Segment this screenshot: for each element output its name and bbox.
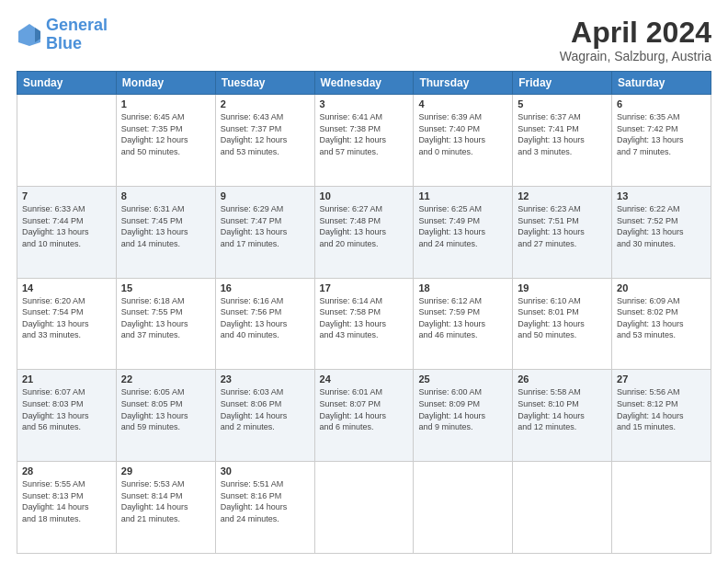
calendar-cell: 2Sunrise: 6:43 AM Sunset: 7:37 PM Daylig… [215,95,314,187]
day-info: Sunrise: 5:53 AM Sunset: 8:14 PM Dayligh… [121,478,210,524]
calendar-cell: 27Sunrise: 5:56 AM Sunset: 8:12 PM Dayli… [612,370,711,462]
calendar-cell: 6Sunrise: 6:35 AM Sunset: 7:42 PM Daylig… [612,95,711,187]
calendar-cell: 10Sunrise: 6:27 AM Sunset: 7:48 PM Dayli… [314,186,414,278]
day-number: 5 [518,98,607,109]
day-number: 30 [221,465,310,477]
day-number: 20 [617,282,706,293]
calendar-cell: 18Sunrise: 6:12 AM Sunset: 7:59 PM Dayli… [414,278,513,370]
day-number: 21 [22,373,111,385]
calendar-week-row: 1Sunrise: 6:45 AM Sunset: 7:35 PM Daylig… [17,95,711,187]
day-info: Sunrise: 6:05 AM Sunset: 8:05 PM Dayligh… [121,386,210,432]
day-info: Sunrise: 6:16 AM Sunset: 7:56 PM Dayligh… [221,295,310,341]
calendar-cell: 22Sunrise: 6:05 AM Sunset: 8:05 PM Dayli… [116,370,215,462]
day-info: Sunrise: 6:43 AM Sunset: 7:37 PM Dayligh… [221,111,310,157]
day-info: Sunrise: 6:01 AM Sunset: 8:07 PM Dayligh… [320,386,409,432]
weekday-header: Friday [513,72,612,95]
calendar-cell: 4Sunrise: 6:39 AM Sunset: 7:40 PM Daylig… [414,95,513,187]
calendar-cell: 14Sunrise: 6:20 AM Sunset: 7:54 PM Dayli… [17,278,117,370]
day-number: 9 [221,190,310,201]
calendar-week-row: 28Sunrise: 5:55 AM Sunset: 8:13 PM Dayli… [17,462,711,554]
day-info: Sunrise: 6:03 AM Sunset: 8:06 PM Dayligh… [221,386,310,432]
day-info: Sunrise: 6:39 AM Sunset: 7:40 PM Dayligh… [418,111,507,157]
logo-text: General Blue [46,17,108,53]
month-title: April 2024 [560,17,711,49]
day-number: 22 [121,373,210,385]
day-info: Sunrise: 5:58 AM Sunset: 8:10 PM Dayligh… [518,386,607,432]
calendar-cell: 29Sunrise: 5:53 AM Sunset: 8:14 PM Dayli… [116,462,215,554]
calendar-cell [17,95,117,187]
calendar-cell: 25Sunrise: 6:00 AM Sunset: 8:09 PM Dayli… [414,370,513,462]
calendar-cell: 8Sunrise: 6:31 AM Sunset: 7:45 PM Daylig… [116,186,215,278]
weekday-header-row: SundayMondayTuesdayWednesdayThursdayFrid… [17,72,711,95]
calendar-cell: 19Sunrise: 6:10 AM Sunset: 8:01 PM Dayli… [513,278,612,370]
day-info: Sunrise: 5:51 AM Sunset: 8:16 PM Dayligh… [221,478,310,524]
day-info: Sunrise: 6:29 AM Sunset: 7:47 PM Dayligh… [221,203,310,249]
day-info: Sunrise: 6:23 AM Sunset: 7:51 PM Dayligh… [518,203,607,249]
calendar-week-row: 7Sunrise: 6:33 AM Sunset: 7:44 PM Daylig… [17,186,711,278]
day-number: 12 [518,190,607,201]
calendar-cell: 7Sunrise: 6:33 AM Sunset: 7:44 PM Daylig… [17,186,117,278]
calendar-cell [414,462,513,554]
day-number: 15 [121,282,210,293]
day-number: 16 [221,282,310,293]
day-info: Sunrise: 6:25 AM Sunset: 7:49 PM Dayligh… [418,203,507,249]
day-info: Sunrise: 6:41 AM Sunset: 7:38 PM Dayligh… [320,111,409,157]
calendar-cell: 15Sunrise: 6:18 AM Sunset: 7:55 PM Dayli… [116,278,215,370]
day-number: 28 [22,465,111,477]
calendar-cell: 11Sunrise: 6:25 AM Sunset: 7:49 PM Dayli… [414,186,513,278]
day-number: 13 [617,190,706,201]
day-number: 25 [418,373,507,385]
weekday-header: Monday [116,72,215,95]
day-info: Sunrise: 6:12 AM Sunset: 7:59 PM Dayligh… [418,295,507,341]
calendar-week-row: 14Sunrise: 6:20 AM Sunset: 7:54 PM Dayli… [17,278,711,370]
calendar-cell: 1Sunrise: 6:45 AM Sunset: 7:35 PM Daylig… [116,95,215,187]
calendar-cell: 26Sunrise: 5:58 AM Sunset: 8:10 PM Dayli… [513,370,612,462]
calendar-cell: 20Sunrise: 6:09 AM Sunset: 8:02 PM Dayli… [612,278,711,370]
calendar-cell: 5Sunrise: 6:37 AM Sunset: 7:41 PM Daylig… [513,95,612,187]
day-info: Sunrise: 6:27 AM Sunset: 7:48 PM Dayligh… [320,203,409,249]
calendar-cell: 16Sunrise: 6:16 AM Sunset: 7:56 PM Dayli… [215,278,314,370]
calendar-cell: 28Sunrise: 5:55 AM Sunset: 8:13 PM Dayli… [17,462,117,554]
calendar-cell [612,462,711,554]
calendar-cell: 13Sunrise: 6:22 AM Sunset: 7:52 PM Dayli… [612,186,711,278]
day-number: 26 [518,373,607,385]
day-number: 23 [221,373,310,385]
weekday-header: Tuesday [215,72,314,95]
day-info: Sunrise: 6:07 AM Sunset: 8:03 PM Dayligh… [22,386,111,432]
calendar-cell: 21Sunrise: 6:07 AM Sunset: 8:03 PM Dayli… [17,370,117,462]
logo: General Blue [17,17,108,53]
day-number: 3 [320,98,409,109]
weekday-header: Wednesday [314,72,414,95]
calendar-cell: 9Sunrise: 6:29 AM Sunset: 7:47 PM Daylig… [215,186,314,278]
day-number: 18 [418,282,507,293]
day-number: 7 [22,190,111,201]
calendar-cell: 24Sunrise: 6:01 AM Sunset: 8:07 PM Dayli… [314,370,414,462]
calendar-cell: 3Sunrise: 6:41 AM Sunset: 7:38 PM Daylig… [314,95,414,187]
day-number: 1 [121,98,210,109]
day-info: Sunrise: 6:20 AM Sunset: 7:54 PM Dayligh… [22,295,111,341]
day-number: 14 [22,282,111,293]
day-number: 10 [320,190,409,201]
calendar-cell [314,462,414,554]
day-number: 6 [617,98,706,109]
calendar-cell [513,462,612,554]
day-number: 8 [121,190,210,201]
day-info: Sunrise: 6:35 AM Sunset: 7:42 PM Dayligh… [617,111,706,157]
page: General Blue April 2024 Wagrain, Salzbur… [0,0,728,563]
day-info: Sunrise: 6:14 AM Sunset: 7:58 PM Dayligh… [320,295,409,341]
day-number: 11 [418,190,507,201]
day-info: Sunrise: 6:45 AM Sunset: 7:35 PM Dayligh… [121,111,210,157]
title-block: April 2024 Wagrain, Salzburg, Austria [560,17,711,63]
day-number: 4 [418,98,507,109]
day-info: Sunrise: 6:00 AM Sunset: 8:09 PM Dayligh… [418,386,507,432]
day-info: Sunrise: 5:56 AM Sunset: 8:12 PM Dayligh… [617,386,706,432]
calendar-table: SundayMondayTuesdayWednesdayThursdayFrid… [17,71,711,554]
day-info: Sunrise: 6:09 AM Sunset: 8:02 PM Dayligh… [617,295,706,341]
weekday-header: Thursday [414,72,513,95]
day-info: Sunrise: 6:37 AM Sunset: 7:41 PM Dayligh… [518,111,607,157]
day-number: 17 [320,282,409,293]
day-number: 29 [121,465,210,477]
day-number: 19 [518,282,607,293]
calendar-week-row: 21Sunrise: 6:07 AM Sunset: 8:03 PM Dayli… [17,370,711,462]
day-number: 24 [320,373,409,385]
